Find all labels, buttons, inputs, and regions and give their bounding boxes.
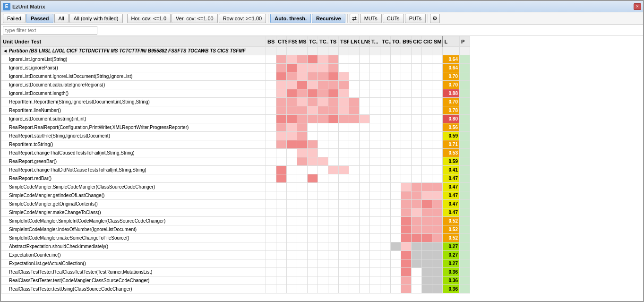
- matrix-cell: [391, 106, 401, 115]
- matrix-cell: [318, 285, 328, 293]
- matrix-cell: [412, 183, 422, 191]
- l-score: 0.47: [443, 183, 460, 191]
- matrix-cell: [422, 64, 432, 72]
- filter-input[interactable]: [3, 26, 97, 35]
- matrix-cell: [391, 242, 401, 251]
- matrix-cell: [360, 208, 370, 217]
- unit-name: RealReport.changeThatDidNotCauseTestsToF…: [1, 166, 266, 174]
- matrix-cell: [349, 183, 360, 191]
- matrix-cell: [287, 259, 297, 268]
- auto-thresh-button[interactable]: Auto. thresh.: [270, 14, 311, 23]
- matrix-cell: [287, 251, 297, 259]
- matrix-cell: [360, 123, 370, 132]
- table-row: RealReport.redBar()0.47: [1, 174, 470, 183]
- matrix-cell: [308, 183, 318, 191]
- matrix-cell: [339, 64, 349, 72]
- l-score: 0.27: [443, 259, 460, 268]
- l-score: 0.47: [443, 208, 460, 217]
- matrix-cell: [391, 174, 401, 183]
- matrix-cell: [380, 98, 391, 106]
- matrix-cell: [432, 157, 443, 166]
- failed-button[interactable]: Failed: [3, 14, 26, 23]
- l-score: 0.71: [443, 140, 460, 149]
- unit-name: IgnoreList.IgnoreList(String): [1, 55, 266, 64]
- matrix-cell: [380, 123, 391, 132]
- matrix-cell: [360, 242, 370, 251]
- cuts-button[interactable]: CUTs: [383, 14, 404, 23]
- matrix-cell: [276, 242, 287, 251]
- recursive-button[interactable]: Recursive: [312, 14, 345, 23]
- matrix-cell: [339, 157, 349, 166]
- p-score: [460, 106, 470, 115]
- matrix-cell: [339, 285, 349, 293]
- table-row: RealClassTestTester.test(CodeMangler,Cla…: [1, 276, 470, 285]
- unit-name: AbstractExpectation.shouldCheckImmediate…: [1, 242, 266, 251]
- matrix-cell: [308, 200, 318, 208]
- matrix-cell: [339, 140, 349, 149]
- matrix-cell: [412, 89, 422, 98]
- close-button[interactable]: ×: [634, 3, 641, 10]
- puts-button[interactable]: PUTs: [405, 14, 426, 23]
- matrix-cell: [308, 208, 318, 217]
- matrix-cell: [287, 140, 297, 149]
- main-window: E EzUnit Matrix × Failed Passed All All …: [0, 0, 644, 302]
- matrix-cell: [370, 166, 380, 174]
- matrix-cell: [412, 115, 422, 123]
- row-cov-button[interactable]: Row cov: >=1.00: [219, 14, 266, 23]
- p-score: [460, 140, 470, 149]
- passed-button[interactable]: Passed: [26, 14, 53, 23]
- matrix-cell: [287, 166, 297, 174]
- matrix-cell: [401, 140, 412, 149]
- refresh-button[interactable]: ⇄: [350, 14, 359, 23]
- matrix-cell: [412, 285, 422, 293]
- matrix-cell: [276, 200, 287, 208]
- matrix-cell: [276, 285, 287, 293]
- l-score: 0.52: [443, 217, 460, 225]
- matrix-cell: [412, 149, 422, 157]
- matrix-cell: [432, 115, 443, 123]
- matrix-cell: [308, 55, 318, 64]
- matrix-cell: [349, 98, 360, 106]
- matrix-cell: [266, 166, 276, 174]
- table-row: ReportItem.toString()0.71: [1, 140, 470, 149]
- matrix-cell: [422, 157, 432, 166]
- matrix-cell: [328, 81, 339, 89]
- matrix-cell: [276, 89, 287, 98]
- matrix-cell: [360, 200, 370, 208]
- matrix-cell: [391, 89, 401, 98]
- all-with-failed-button[interactable]: All (only with failed): [69, 14, 123, 23]
- matrix-cell: [401, 157, 412, 166]
- matrix-cell: [276, 81, 287, 89]
- settings-button[interactable]: ⚙: [430, 14, 440, 23]
- matrix-cell: [349, 157, 360, 166]
- col-tc2: TC...: [318, 36, 328, 47]
- matrix-cell: [349, 208, 360, 217]
- matrix-cell: [412, 225, 422, 234]
- matrix-cell: [360, 132, 370, 140]
- l-score: 0.41: [443, 166, 460, 174]
- matrix-cell: [308, 251, 318, 259]
- matrix-cell: [360, 285, 370, 293]
- muts-button[interactable]: MUTs: [360, 14, 382, 23]
- matrix-cell: [297, 251, 308, 259]
- all-button[interactable]: All: [54, 14, 69, 23]
- ver-cov-button[interactable]: Ver. cov: <=1.00: [172, 14, 218, 23]
- unit-col-header: Unit Under Test: [1, 36, 266, 47]
- matrix-cell: [391, 123, 401, 132]
- matrix-cell: [401, 225, 412, 234]
- matrix-cell: [391, 98, 401, 106]
- matrix-cell: [297, 157, 308, 166]
- l-score: 0.36: [443, 276, 460, 285]
- p-score: [460, 285, 470, 293]
- matrix-cell: [360, 251, 370, 259]
- matrix-cell: [380, 268, 391, 276]
- col-lnol: LNOL: [349, 36, 360, 47]
- matrix-cell: [370, 174, 380, 183]
- content-area[interactable]: Unit Under Test BS CTS... FSS... MS TC..…: [1, 36, 643, 301]
- hor-cov-button[interactable]: Hor. cov: <=1.0: [127, 14, 171, 23]
- separator-4: [428, 14, 428, 23]
- matrix-cell: [308, 115, 318, 123]
- matrix-cell: [412, 132, 422, 140]
- matrix-cell: [276, 251, 287, 259]
- matrix-cell: [391, 72, 401, 81]
